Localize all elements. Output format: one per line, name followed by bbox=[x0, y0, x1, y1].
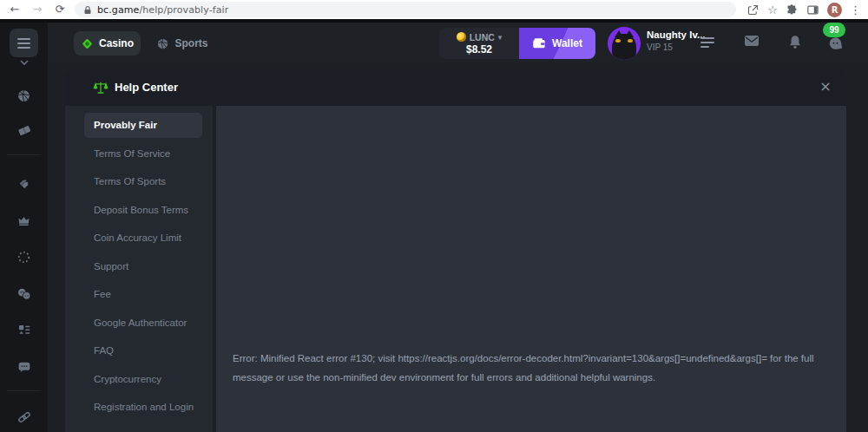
help-center-modal: Help Center × Provably FairTerms Of Serv… bbox=[65, 69, 846, 432]
help-content: Error: Minified React error #130; visit … bbox=[216, 106, 846, 432]
casino-tab-label: Casino bbox=[99, 37, 134, 49]
help-menu-item-label: Registration and Login bbox=[94, 402, 194, 412]
currency-code: LUNC bbox=[470, 32, 495, 43]
notification-bell-icon[interactable] bbox=[787, 34, 803, 54]
user-avatar[interactable] bbox=[608, 27, 641, 60]
currency-selector[interactable]: LUNC ▾ $8.52 bbox=[439, 28, 519, 59]
sports-tab-label: Sports bbox=[174, 37, 207, 49]
sidebar-divider bbox=[7, 390, 41, 391]
wallet-button[interactable]: Wallet bbox=[519, 28, 595, 59]
link-chain-icon[interactable] bbox=[0, 409, 48, 425]
chevron-down-icon: ▾ bbox=[498, 33, 503, 42]
chat-icon[interactable] bbox=[0, 359, 48, 375]
help-menu-item-label: Fee bbox=[94, 289, 111, 299]
help-menu-item-label: Terms Of Service bbox=[94, 148, 170, 159]
help-menu-item[interactable]: Deposit Bonus Terms bbox=[65, 196, 213, 225]
help-menu-item[interactable]: Registration and Login bbox=[65, 393, 213, 422]
side-panel-icon[interactable] bbox=[806, 3, 819, 16]
browser-profile-avatar[interactable]: R bbox=[827, 3, 842, 17]
site-viewport: Casino Sports LUNC ▾ $8.52 Wallet bbox=[0, 19, 868, 432]
help-menu-item-label: Google Authenticator bbox=[94, 317, 187, 328]
help-menu-item[interactable]: Provably Fair bbox=[65, 111, 213, 140]
user-vip-level: VIP 15 bbox=[647, 43, 707, 52]
modal-header: Help Center × bbox=[65, 69, 846, 106]
topbar: Casino Sports LUNC ▾ $8.52 Wallet bbox=[48, 23, 868, 62]
modal-title: Help Center bbox=[115, 81, 178, 94]
help-menu-item[interactable]: Coin Accuracy Limit bbox=[65, 224, 213, 252]
sports-tab[interactable]: Sports bbox=[149, 31, 215, 56]
share-icon[interactable] bbox=[746, 3, 760, 16]
sidebar-toggle-button[interactable] bbox=[10, 29, 38, 57]
chat-count-badge: 99 bbox=[823, 23, 845, 37]
address-bar[interactable]: bc.game/help/provably-fair bbox=[75, 2, 736, 17]
dotted-circle-icon[interactable] bbox=[0, 250, 48, 265]
chrome-actions: ☆ R ⋮ bbox=[746, 0, 868, 19]
help-menu-item[interactable]: Google Authenticator bbox=[65, 309, 213, 337]
sports-ball-icon[interactable] bbox=[0, 88, 48, 103]
sports-ball-icon bbox=[156, 37, 169, 50]
help-menu-item[interactable]: Cryptocurrency bbox=[65, 365, 213, 394]
ranking-icon[interactable] bbox=[0, 323, 48, 338]
help-menu-item-label: Deposit Bonus Terms bbox=[94, 205, 188, 215]
user-meta[interactable]: Naughty Iv... VIP 15 bbox=[647, 29, 707, 52]
help-menu-item[interactable]: BC Swap Policy bbox=[65, 422, 213, 432]
forward-arrow-icon[interactable]: → bbox=[28, 0, 47, 19]
url-path: /help/provably-fair bbox=[139, 4, 228, 16]
tags-icon[interactable] bbox=[0, 177, 48, 192]
help-menu-item-label: Coin Accuracy Limit bbox=[94, 232, 181, 243]
casino-diamond-icon bbox=[81, 37, 94, 50]
chat-bubble-icon[interactable] bbox=[827, 36, 844, 56]
wallet-icon bbox=[532, 37, 546, 49]
browser-chrome: ← → ⟳ bc.game/help/provably-fair ☆ R ⋮ bbox=[0, 0, 868, 19]
help-menu-item[interactable]: Fee bbox=[65, 280, 213, 309]
back-arrow-icon[interactable]: ← bbox=[5, 0, 24, 19]
crown-icon[interactable] bbox=[0, 213, 48, 228]
refresh-icon[interactable]: ⟳ bbox=[50, 0, 69, 19]
help-menu-item-label: Terms Of Sports bbox=[94, 176, 166, 187]
help-menu: Provably FairTerms Of ServiceTerms Of Sp… bbox=[65, 106, 213, 432]
help-menu-item-label: Cryptocurrency bbox=[94, 374, 161, 384]
help-menu-item[interactable]: Support bbox=[65, 252, 213, 281]
help-menu-item-label: Support bbox=[94, 261, 128, 272]
left-sidebar bbox=[0, 23, 48, 432]
sidebar-divider bbox=[7, 154, 41, 155]
screen: ← → ⟳ bc.game/help/provably-fair ☆ R ⋮ bbox=[0, 0, 868, 432]
modal-body: Provably FairTerms Of ServiceTerms Of Sp… bbox=[65, 106, 846, 432]
bet-ticket-icon[interactable] bbox=[0, 122, 48, 138]
inbox-envelope-icon[interactable] bbox=[743, 34, 760, 51]
wallet-button-label: Wallet bbox=[552, 37, 582, 49]
help-menu-item[interactable]: Terms Of Sports bbox=[65, 167, 213, 196]
react-error-message: Error: Minified React error #130; visit … bbox=[233, 349, 819, 387]
help-menu-item-label: FAQ bbox=[94, 345, 114, 356]
user-menu-icon[interactable] bbox=[700, 32, 721, 53]
extensions-puzzle-icon[interactable] bbox=[786, 3, 799, 16]
avatar-creature bbox=[612, 34, 636, 60]
versus-icon[interactable] bbox=[0, 286, 48, 302]
chevron-down-icon[interactable] bbox=[0, 59, 48, 66]
help-menu-item-label: Provably Fair bbox=[94, 120, 157, 130]
url-text: bc.game/help/provably-fair bbox=[97, 4, 228, 16]
bookmark-star-icon[interactable]: ☆ bbox=[767, 3, 778, 16]
currency-balance: $8.52 bbox=[466, 43, 492, 56]
lock-icon bbox=[83, 5, 92, 15]
close-icon[interactable]: × bbox=[815, 76, 836, 97]
casino-tab[interactable]: Casino bbox=[74, 31, 141, 56]
overflow-menu-icon[interactable]: ⋮ bbox=[850, 3, 861, 16]
help-menu-item[interactable]: FAQ bbox=[65, 337, 213, 365]
user-name: Naughty Iv... bbox=[647, 29, 707, 40]
lunc-coin-icon bbox=[457, 32, 466, 42]
scales-icon bbox=[93, 80, 108, 95]
help-menu-item[interactable]: Terms Of Service bbox=[65, 140, 213, 168]
url-domain: bc.game bbox=[97, 4, 139, 16]
